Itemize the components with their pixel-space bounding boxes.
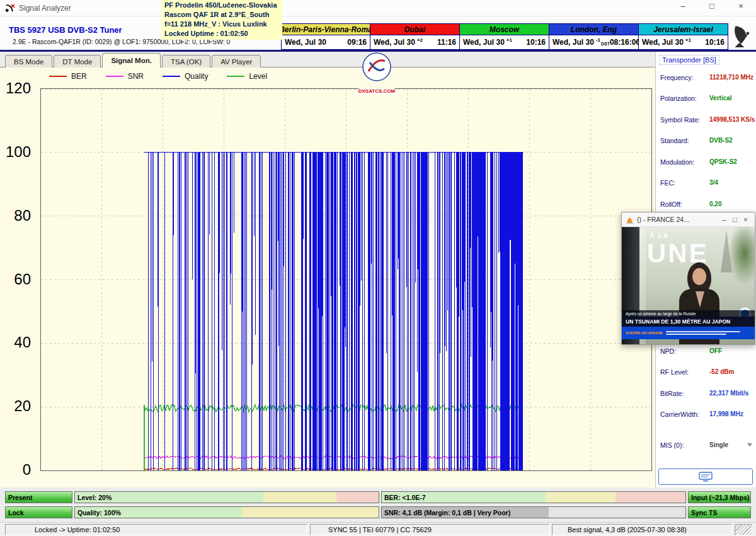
- vlc-minimize-button[interactable]: –: [719, 216, 730, 223]
- present-indicator: Present: [5, 491, 72, 503]
- field-carrier-width: CarrierWidth: 17,998 MHz: [660, 411, 753, 421]
- field-value: DVB-S2: [709, 137, 733, 144]
- ts-monitor-button[interactable]: [658, 469, 753, 485]
- news-banner: Après un séisme au large de la Russie UN…: [622, 310, 755, 339]
- vlc-video-frame[interactable]: À LA UNE Après un séisme au large de la …: [622, 227, 755, 344]
- y-axis-tick-label: 100: [6, 143, 31, 161]
- field-label: NPD:: [660, 347, 676, 355]
- clock-offset: -1: [596, 37, 600, 43]
- tab-av-player[interactable]: AV Player: [212, 55, 261, 67]
- field-label: CarrierWidth:: [660, 411, 699, 418]
- clock-city-label: Jerusalem-Israel: [639, 24, 728, 35]
- lock-indicator: Lock: [5, 506, 72, 518]
- field-label: MIS (0):: [660, 441, 684, 449]
- y-axis-labels: 020406080100120: [0, 88, 37, 471]
- field-value: OFF: [709, 347, 722, 354]
- clock-berlin-paris: Berlin-Paris-Vienna-Roma Wed, Jul 30 09:…: [281, 23, 370, 50]
- field-rf-level: RF Level: -52 dBm: [660, 368, 753, 378]
- clock-jerusalem: Jerusalem-Israel Wed, Jul 30 +1 10:16: [639, 23, 728, 50]
- anchor-face: [692, 268, 706, 285]
- clock-hm: 10:16: [705, 38, 724, 47]
- banner-kicker: Après un séisme au large de la Russie: [622, 310, 755, 317]
- field-rolloff: RollOff: 0.20: [660, 201, 753, 211]
- field-value: 11218,710 MHz: [709, 74, 753, 81]
- clock-date: Wed, Jul 30: [285, 38, 326, 47]
- vlc-close-button[interactable]: ×: [740, 216, 751, 223]
- y-axis-tick-label: 20: [14, 397, 31, 415]
- mis-dropdown-arrow-icon[interactable]: [747, 443, 752, 446]
- clock-london: London, Eng Wed, Jul 30 -1 DST 08:16:06: [549, 23, 639, 50]
- clock-city-label: Moscow: [460, 24, 549, 35]
- vlc-maximize-button[interactable]: □: [730, 216, 740, 223]
- field-label: RF Level:: [660, 368, 689, 376]
- signal-chart-canvas: [41, 89, 651, 470]
- tab-signal-mon[interactable]: Signal Mon.: [102, 53, 161, 67]
- clock-time: Wed, Jul 30 -1 DST 08:16:06: [549, 35, 638, 49]
- field-polarization: Polarization: Vertical: [660, 95, 753, 105]
- field-value: 22,317 Mbit/s: [709, 390, 748, 397]
- status-bar: Locked -> Uptime: 01:02:50 SYNC 55 | TEI…: [0, 522, 756, 536]
- minimize-button[interactable]: –: [677, 1, 689, 11]
- resize-grip[interactable]: [735, 524, 752, 535]
- level-bar: Level: 20%: [74, 491, 379, 503]
- field-label: Symbol Rate:: [660, 116, 700, 124]
- clock-date: Wed, Jul 30: [642, 38, 684, 47]
- app-icon: [5, 3, 15, 13]
- legend-label: Quality: [185, 72, 208, 81]
- tab-tsa[interactable]: TSA (OK): [162, 55, 210, 67]
- field-value: Vertical: [709, 95, 732, 102]
- legend-quality: Quality: [163, 72, 208, 81]
- clock-city-label: London, Eng: [549, 24, 638, 35]
- tab-bs-mode[interactable]: BS Mode: [5, 55, 52, 67]
- mis-selected-value[interactable]: Single: [709, 441, 728, 448]
- field-label: Standard:: [660, 137, 689, 144]
- field-symbol-rate: Symbol Rate: 14998,513 KS/s: [660, 116, 753, 126]
- level-line-swatch: [227, 76, 244, 77]
- field-npd: NPD: OFF: [660, 347, 753, 358]
- status-sync-counters: SYNC 55 | TEI 60779 | CC 75629: [310, 524, 549, 535]
- vlc-window-title: () - FRANCE 24...: [637, 216, 719, 223]
- field-label: BitRate:: [660, 390, 684, 397]
- legend-snr: SNR: [106, 72, 144, 81]
- clock-hm: 10:16: [526, 38, 546, 47]
- legend-label: SNR: [128, 72, 144, 81]
- legend-ber: BER: [49, 72, 87, 81]
- quality-line-swatch: [163, 76, 180, 77]
- ticker-text-lines: [666, 330, 752, 336]
- clock-offset: +1: [685, 37, 691, 43]
- clock-offset: +2: [417, 37, 423, 43]
- tab-dt-mode[interactable]: DT Mode: [54, 55, 101, 67]
- clock-time: Wed, Jul 30 09:16: [282, 35, 370, 49]
- field-value: 3/4: [709, 179, 718, 186]
- y-axis-tick-label: 80: [14, 207, 31, 224]
- field-value: 0.20: [709, 201, 721, 207]
- clock-city-label: Dubai: [370, 24, 459, 35]
- signal-chart: [40, 88, 652, 471]
- snr-bar: SNR: 4,1 dB (Margin: 0,1 dB | Very Poor): [381, 506, 686, 518]
- close-button[interactable]: ×: [735, 1, 747, 11]
- site-info-line: Rascom QAF 1R at 2.9°E_South: [164, 10, 279, 20]
- ts-monitor-icon: [699, 472, 713, 482]
- field-label: Frequency:: [660, 74, 694, 81]
- field-value: 14998,513 KS/s: [709, 116, 755, 123]
- field-mis[interactable]: MIS (0): Single: [660, 441, 753, 452]
- world-clocks: Berlin-Paris-Vienna-Roma Wed, Jul 30 09:…: [281, 23, 728, 50]
- clock-date: Wed, Jul 30: [553, 38, 594, 47]
- field-label: RollOff:: [660, 201, 682, 208]
- foliage: [728, 227, 755, 285]
- site-info-line: f=11 218 MHz_V : Vicus Luxlink: [164, 20, 279, 29]
- field-value: 17,998 MHz: [709, 411, 743, 417]
- vlc-titlebar[interactable]: () - FRANCE 24... – □ ×: [622, 213, 755, 227]
- dxsatcs-logo-text: DXSATCS.COM: [357, 88, 397, 94]
- clock-date: Wed, Jul 30: [374, 38, 415, 47]
- clock-time: Wed, Jul 30 +1 10:16: [460, 35, 549, 49]
- tab-bar: BS Mode DT Mode Signal Mon. TSA (OK) AV …: [5, 53, 262, 67]
- legend-level: Level: [227, 72, 267, 81]
- clock-offset: +1: [507, 37, 512, 43]
- clock-hm: 09:16: [347, 38, 367, 47]
- window-title: Signal Analyzer: [19, 4, 71, 13]
- dxsatcs-logo: DXSATCS.COM: [353, 52, 401, 95]
- maximize-button[interactable]: □: [706, 1, 718, 11]
- y-axis-tick-label: 40: [14, 334, 31, 351]
- y-axis-tick-label: 0: [23, 461, 31, 479]
